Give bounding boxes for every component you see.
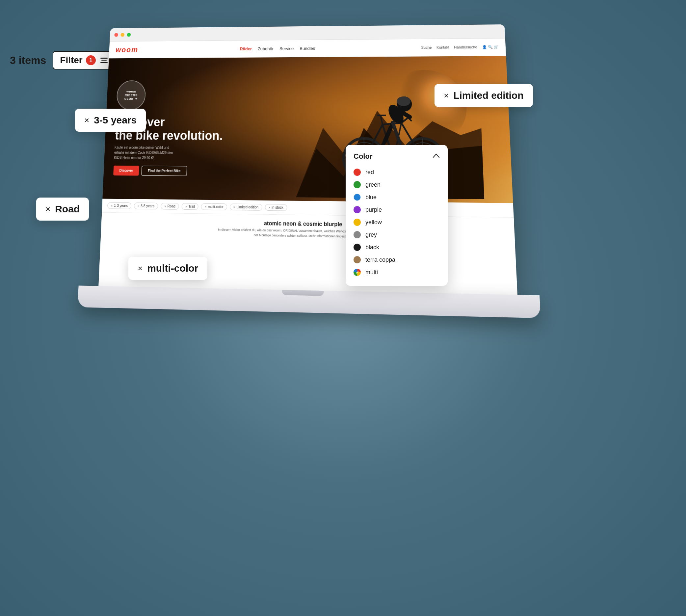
color-label-blue: blue: [366, 194, 377, 201]
chip-label: Limited edition: [237, 205, 259, 210]
chip-x-icon: ×: [205, 205, 207, 208]
color-label-red: red: [366, 169, 374, 176]
chip-x-icon: ×: [269, 205, 271, 209]
nav-icons: 👤 🔍 🛒: [482, 45, 499, 49]
close-icon: ×: [138, 263, 142, 273]
nav-link-bundles[interactable]: Bundles: [300, 46, 315, 51]
chip-x-icon: ×: [138, 204, 139, 208]
color-swatch-purple: [354, 206, 361, 213]
hero-subtitle: Kaufe ein woom bike deiner Wahl und erha…: [114, 145, 180, 160]
chip-label: multi-color: [208, 205, 223, 209]
filter-chip-road[interactable]: × Road: [161, 203, 179, 210]
color-label-black: black: [366, 244, 379, 251]
items-count: 3 items: [10, 54, 46, 66]
filter-icon: [101, 58, 108, 63]
site-nav: woom Räder Zubehör Service Bundles Suche…: [109, 39, 506, 59]
filter-badge: 1: [86, 55, 96, 65]
color-swatch-multi: [354, 269, 361, 276]
color-option-yellow[interactable]: yellow: [354, 216, 440, 228]
nav-link-zubehor[interactable]: Zubehör: [258, 46, 273, 51]
chip-label: Trail: [188, 204, 195, 208]
chip-x-icon: ×: [234, 205, 235, 209]
filter-label: Filter: [60, 55, 82, 66]
tag-limited-label: Limited edition: [453, 90, 524, 101]
color-label-green: green: [366, 181, 380, 188]
color-dropdown-header: Color: [354, 152, 440, 161]
filter-chip-limited[interactable]: × Limited edition: [230, 203, 262, 211]
filter-chip-years13[interactable]: × 1-3 years: [107, 202, 132, 209]
nav-kontakt[interactable]: Kontakt: [437, 45, 449, 49]
site-hero: woomRIDERSCLUB ✦ Discover the bike revol…: [102, 56, 513, 203]
color-option-grey[interactable]: grey: [354, 228, 440, 241]
color-swatch-grey: [354, 231, 361, 238]
color-option-blue[interactable]: blue: [354, 191, 440, 203]
tag-multi-color[interactable]: × multi-color: [128, 257, 207, 280]
color-option-purple[interactable]: purple: [354, 203, 440, 216]
nav-link-service[interactable]: Service: [280, 46, 294, 51]
color-label-grey: grey: [366, 232, 377, 238]
chip-x-icon: ×: [185, 205, 187, 208]
color-label-terra: terra coppa: [366, 257, 395, 263]
browser-content: woom Räder Zubehör Service Bundles Suche…: [98, 39, 517, 295]
color-label-yellow: yellow: [366, 219, 382, 226]
chip-label: Road: [167, 204, 175, 208]
browser-dot-green: [127, 32, 131, 37]
color-swatch-black: [354, 244, 361, 251]
chevron-up-icon[interactable]: [433, 153, 440, 159]
site-nav-right: Suche Kontakt Händlersuche 👤 🔍 🛒: [421, 45, 499, 50]
hero-badge: woomRIDERSCLUB ✦: [116, 81, 146, 110]
close-icon: ×: [84, 115, 89, 126]
color-label-purple: purple: [366, 206, 382, 213]
browser-dot-red: [114, 33, 118, 37]
close-icon: ×: [45, 204, 50, 214]
hero-perfect-button[interactable]: Find the Perfect Bike: [141, 166, 187, 176]
chip-label: in stock: [271, 205, 283, 210]
hero-buttons: Discover Find the Perfect Bike: [113, 165, 222, 176]
browser-dot-yellow: [120, 32, 125, 37]
hero-badge-text: woomRIDERSCLUB ✦: [125, 90, 138, 101]
color-option-green[interactable]: green: [354, 178, 440, 191]
color-swatch-terra: [354, 256, 361, 263]
filter-area: 3 items Filter 1: [10, 51, 115, 69]
hero-discover-button[interactable]: Discover: [113, 165, 139, 175]
tag-limited-edition[interactable]: × Limited edition: [435, 84, 533, 107]
close-icon: ×: [444, 91, 449, 101]
color-dropdown: Color red green blue purple yellow grey …: [346, 145, 448, 286]
tag-years[interactable]: × 3-5 years: [75, 109, 146, 132]
tag-road[interactable]: × Road: [36, 198, 89, 221]
color-label-multi: multi: [366, 269, 378, 276]
chip-label: 3-5 years: [140, 204, 154, 208]
site-nav-links: Räder Zubehör Service Bundles: [240, 46, 315, 51]
filter-chip-years35[interactable]: × 3-5 years: [134, 202, 158, 210]
laptop-notch: [282, 290, 324, 296]
color-option-black[interactable]: black: [354, 241, 440, 254]
nav-handler[interactable]: Händlersuche: [454, 45, 477, 50]
browser-window: woom Räder Zubehör Service Bundles Suche…: [98, 24, 517, 295]
product-section: atomic neon & cosmic blurple In diesem V…: [101, 213, 515, 248]
filter-chip-multicolor[interactable]: × multi-color: [201, 203, 227, 210]
color-option-red[interactable]: red: [354, 166, 440, 178]
color-swatch-blue: [354, 194, 361, 201]
color-swatch-red: [354, 169, 361, 176]
filter-chip-trail[interactable]: × Trail: [182, 203, 199, 210]
laptop-container: woom Räder Zubehör Service Bundles Suche…: [96, 24, 520, 348]
chip-label: 1-3 years: [114, 204, 128, 208]
site-logo: woom: [115, 45, 138, 54]
chip-x-icon: ×: [111, 204, 113, 207]
color-swatch-yellow: [354, 219, 361, 226]
tag-multicolor-label: multi-color: [147, 263, 198, 274]
filter-chip-instock[interactable]: × in stock: [265, 204, 287, 211]
nav-link-raeder[interactable]: Räder: [240, 46, 252, 51]
chip-x-icon: ×: [164, 204, 166, 208]
nav-suche[interactable]: Suche: [421, 45, 432, 50]
tag-years-label: 3-5 years: [94, 115, 137, 126]
filter-button[interactable]: Filter 1: [53, 51, 114, 69]
color-dropdown-title: Color: [354, 152, 372, 161]
color-option-multi[interactable]: multi: [354, 266, 440, 279]
color-option-terra[interactable]: terra coppa: [354, 254, 440, 266]
tag-road-label: Road: [55, 203, 80, 215]
color-swatch-green: [354, 181, 361, 188]
